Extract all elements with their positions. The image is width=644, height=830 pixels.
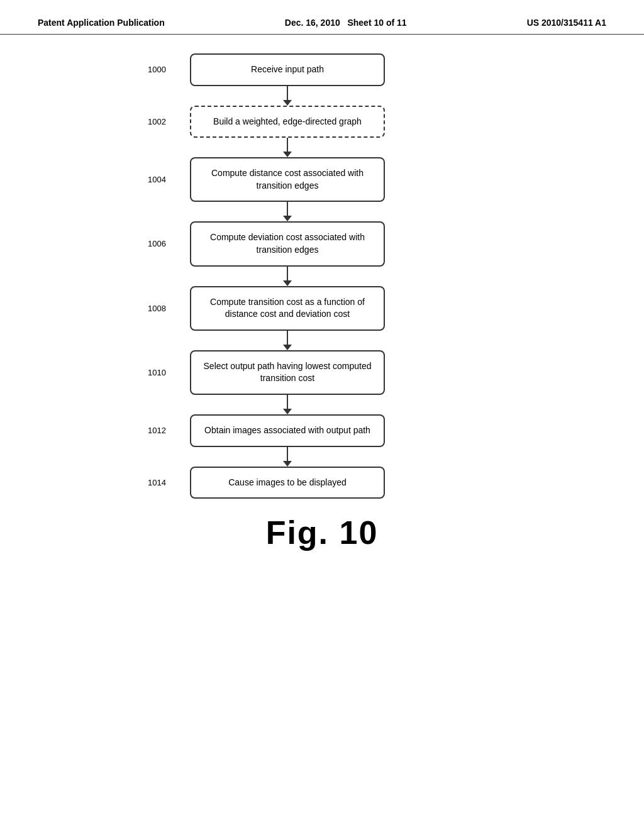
step-label-1010: 1010 [133,368,171,377]
step-label-1004: 1004 [133,175,171,184]
step-box-1012: Obtain images associated with output pat… [190,414,385,447]
flow-row-1008: 1008Compute transition cost as a functio… [133,286,511,331]
step-box-1008: Compute transition cost as a function of… [190,286,385,331]
step-box-1014: Cause images to be displayed [190,467,385,499]
step-label-1014: 1014 [133,478,171,487]
arrow-1002 [133,138,511,157]
diagram-area: 1000Receive input path1002Build a weight… [0,35,644,564]
step-label-1008: 1008 [133,304,171,313]
arrow-1006 [133,267,511,286]
step-box-1006: Compute deviation cost associated with t… [190,221,385,266]
step-label-1002: 1002 [133,117,171,126]
arrow-1000 [133,86,511,106]
step-label-1012: 1012 [133,426,171,435]
arrow-1012 [133,447,511,467]
flow-row-1014: 1014Cause images to be displayed [133,467,511,499]
arrow-1004 [133,202,511,221]
step-box-1004: Compute distance cost associated with tr… [190,157,385,202]
header-left: Patent Application Publication [38,18,165,28]
step-box-1010: Select output path having lowest compute… [190,350,385,395]
flow-row-1006: 1006Compute deviation cost associated wi… [133,221,511,266]
flow-row-1000: 1000Receive input path [133,53,511,86]
header-center-date: Dec. 16, 2010 Sheet 10 of 11 [285,18,407,28]
flow-row-1012: 1012Obtain images associated with output… [133,414,511,447]
figure-label: Fig. 10 [266,514,379,551]
header-right: US 2010/315411 A1 [527,18,606,28]
step-label-1006: 1006 [133,239,171,248]
arrow-1008 [133,331,511,350]
step-box-1000: Receive input path [190,53,385,86]
flow-row-1002: 1002Build a weighted, edge-directed grap… [133,106,511,138]
step-box-1002: Build a weighted, edge-directed graph [190,106,385,138]
arrow-1010 [133,395,511,414]
flow-container: 1000Receive input path1002Build a weight… [133,53,511,499]
page-header: Patent Application Publication Dec. 16, … [0,0,644,35]
flow-row-1010: 1010Select output path having lowest com… [133,350,511,395]
flow-row-1004: 1004Compute distance cost associated wit… [133,157,511,202]
step-label-1000: 1000 [133,65,171,74]
